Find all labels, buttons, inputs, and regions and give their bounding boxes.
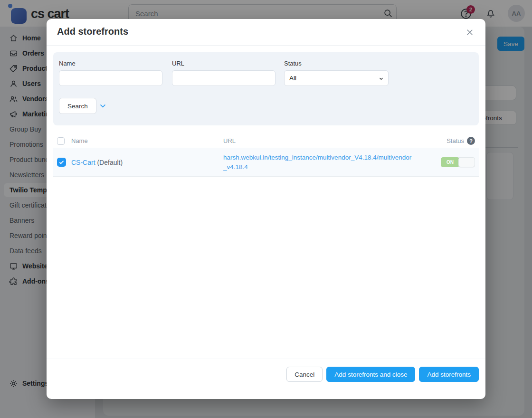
add-storefronts-and-close-button[interactable]: Add storefronts and close	[326, 367, 415, 382]
modal-header: Add storefronts	[47, 19, 485, 46]
filter-panel: Name URL Status All Search	[53, 52, 479, 125]
close-icon[interactable]	[465, 27, 475, 38]
column-header-url: URL	[223, 137, 413, 144]
storefront-url-link[interactable]: harsh.webkul.in/testing_instance/multive…	[223, 154, 411, 171]
url-filter-input[interactable]	[172, 70, 276, 86]
status-help-icon[interactable]: ?	[467, 137, 475, 145]
column-header-status: Status	[446, 137, 464, 144]
url-filter-label: URL	[172, 60, 184, 67]
storefronts-table: Name URL Status ? CS-Cart (Default) hars…	[53, 134, 479, 177]
table-row: CS-Cart (Default) harsh.webkul.in/testin…	[53, 148, 479, 177]
chevron-down-icon	[379, 76, 384, 81]
name-filter-input[interactable]	[59, 70, 162, 86]
status-toggle[interactable]: ON	[441, 157, 475, 167]
status-toggle-knob	[458, 157, 475, 167]
table-header-row: Name URL Status ?	[53, 134, 479, 148]
storefront-name-link[interactable]: CS-Cart	[71, 159, 95, 166]
row-checkbox[interactable]	[57, 158, 66, 167]
add-storefronts-modal: Add storefronts Name URL Status All Sear…	[47, 19, 485, 399]
column-header-name: Name	[71, 137, 223, 144]
cancel-button[interactable]: Cancel	[286, 367, 323, 382]
select-all-checkbox[interactable]	[57, 137, 65, 145]
status-select[interactable]: All	[284, 70, 389, 86]
expand-filters-chevron-icon[interactable]	[99, 102, 107, 110]
add-storefronts-button[interactable]: Add storefronts	[419, 367, 479, 382]
name-filter-label: Name	[59, 60, 76, 67]
modal-footer: Cancel Add storefronts and close Add sto…	[47, 359, 485, 399]
storefront-default-suffix: (Default)	[97, 159, 123, 166]
status-filter-label: Status	[284, 60, 302, 67]
status-toggle-on-label: ON	[441, 157, 459, 167]
status-select-value: All	[289, 75, 296, 82]
search-button[interactable]: Search	[59, 98, 96, 114]
modal-title: Add storefronts	[57, 26, 128, 37]
